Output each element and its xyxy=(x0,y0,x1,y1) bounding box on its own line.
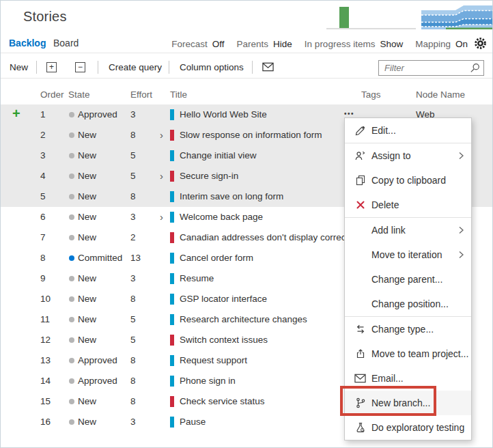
divider xyxy=(1,78,492,79)
menu-item[interactable]: New branch... xyxy=(345,391,471,415)
cell-order: 12 xyxy=(40,335,51,345)
menu-item-label: Move to iteration xyxy=(371,249,442,260)
cell-title[interactable]: Interim save on long form xyxy=(180,191,283,201)
tab-board[interactable]: Board xyxy=(53,38,79,48)
menu-item[interactable]: Move to iteration xyxy=(345,242,471,267)
velocity-bar xyxy=(339,7,349,28)
settings-gear-icon[interactable] xyxy=(474,37,487,50)
column-header-title[interactable]: Title xyxy=(170,89,187,100)
menu-item[interactable]: Change type... xyxy=(345,317,471,341)
cell-order: 10 xyxy=(40,294,51,304)
expand-chevron-icon[interactable]: › xyxy=(160,170,163,182)
toggle-label: Forecast xyxy=(171,39,208,49)
view-toggles: Forecast Off Parents Hide In progress it… xyxy=(171,39,468,49)
add-item-button[interactable]: + xyxy=(12,106,20,122)
menu-item-icon xyxy=(354,298,367,311)
new-button[interactable]: New xyxy=(10,62,28,72)
toggle-value[interactable]: Hide xyxy=(273,39,292,49)
state-dot-icon xyxy=(69,378,74,384)
toggle-value[interactable]: On xyxy=(455,39,468,49)
work-item-type-bar xyxy=(170,212,174,223)
state-dot-icon xyxy=(69,358,74,363)
state-dot-icon xyxy=(69,317,74,322)
expand-chevron-icon[interactable]: › xyxy=(160,129,163,141)
cell-effort: 8 xyxy=(130,191,136,201)
toggle-value[interactable]: Off xyxy=(212,39,225,49)
cell-state: New xyxy=(78,294,96,304)
cell-title[interactable]: GSP locator interface xyxy=(180,294,267,304)
cell-state: New xyxy=(78,191,96,201)
cell-title[interactable]: Phone sign in xyxy=(180,376,236,386)
cell-effort: 13 xyxy=(130,253,141,263)
create-query-button[interactable]: Create query xyxy=(109,62,162,72)
state-dot-icon xyxy=(69,399,74,404)
toolbar-separator xyxy=(252,61,253,74)
column-header-node-name[interactable]: Node Name xyxy=(416,89,465,100)
cell-effort: 2 xyxy=(130,232,136,242)
context-menu: Edit... Assign to Copy to clipboard xyxy=(344,117,472,440)
tab-backlog[interactable]: Backlog xyxy=(9,38,46,48)
cumulative-flow-thumbnail[interactable] xyxy=(421,4,493,29)
cell-title[interactable]: Research architecture changes xyxy=(180,314,307,324)
work-item-type-bar xyxy=(170,355,174,366)
toggle-group: Forecast Off xyxy=(171,39,224,49)
menu-item[interactable]: Delete xyxy=(345,193,471,217)
state-dot-icon xyxy=(69,173,74,179)
state-dot-icon xyxy=(69,132,74,138)
email-icon[interactable] xyxy=(262,62,274,72)
cell-title[interactable]: Change initial view xyxy=(180,150,257,160)
cell-title[interactable]: Resume xyxy=(180,273,214,283)
cell-state: Approved xyxy=(78,355,117,365)
menu-item[interactable]: Email... xyxy=(345,366,471,391)
cell-title[interactable]: Canadian addresses don't display correct… xyxy=(180,232,355,242)
cell-effort: 3 xyxy=(130,417,136,427)
backlog-page: Stories Backlog Board Forecast Off Paren… xyxy=(0,0,493,448)
cell-title[interactable]: Check service status xyxy=(180,396,265,406)
toggle-value[interactable]: Show xyxy=(380,39,403,49)
cell-title[interactable]: Cancel order form xyxy=(180,253,253,263)
menu-item[interactable]: Copy to clipboard xyxy=(345,168,471,193)
velocity-chart-thumbnail[interactable] xyxy=(326,5,416,29)
column-header-order[interactable]: Order xyxy=(40,89,64,100)
cell-title[interactable]: Switch context issues xyxy=(180,335,268,345)
toggle-label: Mapping xyxy=(415,39,451,49)
filter-input[interactable] xyxy=(378,60,484,76)
expand-all-icon[interactable]: + xyxy=(46,62,57,72)
search-icon[interactable] xyxy=(470,63,480,73)
menu-item-label: New branch... xyxy=(371,397,430,408)
cell-state: New xyxy=(78,273,96,283)
cell-order: 1 xyxy=(40,109,46,120)
cell-title[interactable]: Secure sign-in xyxy=(180,171,238,181)
cell-title[interactable]: Slow response on information form xyxy=(180,130,322,140)
cell-title[interactable]: Welcome back page xyxy=(180,212,263,222)
cell-order: 6 xyxy=(40,212,46,222)
cell-title[interactable]: Pause xyxy=(180,417,206,427)
menu-item[interactable]: Change position... xyxy=(345,292,471,316)
column-header-state[interactable]: State xyxy=(68,89,90,100)
work-item-type-bar xyxy=(170,396,174,407)
menu-item-icon xyxy=(354,150,367,163)
cell-order: 16 xyxy=(40,417,51,427)
page-title: Stories xyxy=(23,9,67,25)
menu-item[interactable]: Add link xyxy=(345,218,471,242)
state-dot-icon xyxy=(69,419,74,425)
cell-title[interactable]: Request support xyxy=(180,355,247,365)
submenu-chevron-icon xyxy=(459,152,464,160)
menu-item-label: Change parent... xyxy=(371,274,442,285)
menu-item[interactable]: Edit... xyxy=(345,118,471,143)
column-options-button[interactable]: Column options xyxy=(180,62,244,72)
menu-item[interactable]: Assign to xyxy=(345,143,471,168)
menu-item[interactable]: Change parent... xyxy=(345,267,471,292)
cell-effort: 8 xyxy=(130,396,136,406)
column-header-tags[interactable]: Tags xyxy=(361,89,381,100)
cell-effort: 8 xyxy=(130,130,136,140)
cell-title[interactable]: Hello World Web Site xyxy=(180,109,267,120)
cell-order: 2 xyxy=(40,130,46,140)
more-actions-trigger[interactable]: ••• xyxy=(344,110,354,117)
cell-effort: 3 xyxy=(130,212,136,222)
expand-chevron-icon[interactable]: › xyxy=(160,211,163,223)
menu-item[interactable]: Move to team project... xyxy=(345,341,471,366)
column-header-effort[interactable]: Effort xyxy=(130,89,152,100)
collapse-all-icon[interactable]: − xyxy=(75,62,85,72)
menu-item[interactable]: Do exploratory testing xyxy=(345,415,471,440)
